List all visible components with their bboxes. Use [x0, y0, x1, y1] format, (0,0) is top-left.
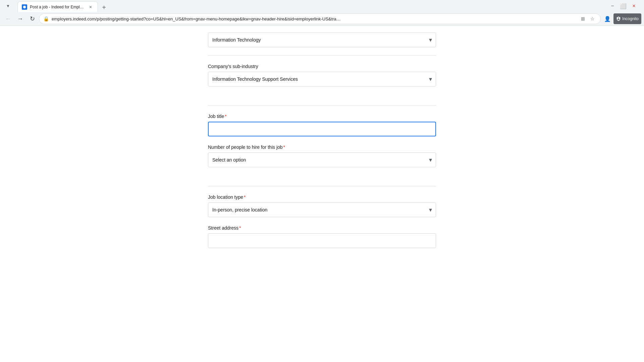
- active-tab: Post a job - Indeed for Employ… ×: [17, 1, 98, 12]
- job-location-required-star: *: [244, 194, 246, 200]
- sub-industry-select[interactable]: Information Technology Support Services: [208, 72, 436, 86]
- browser-toolbar: ← → ↻ 🔒 employers.indeed.com/p/posting/g…: [0, 12, 644, 25]
- new-tab-button[interactable]: +: [99, 3, 109, 12]
- num-people-field-group: Number of people to hire for this job* S…: [208, 144, 436, 167]
- street-address-required-star: *: [239, 225, 241, 231]
- sub-industry-field-group: Company's sub-industry Information Techn…: [208, 64, 436, 86]
- street-address-field-group: Street address*: [208, 225, 436, 248]
- section-divider-2: [208, 105, 436, 106]
- refresh-button[interactable]: ↻: [27, 13, 38, 24]
- forward-button[interactable]: →: [15, 13, 25, 24]
- form-container: Information Technology ▾ Company's sub-i…: [195, 26, 449, 269]
- lock-icon: 🔒: [43, 16, 49, 21]
- url-text: employers.indeed.com/p/posting/getting-s…: [52, 16, 576, 21]
- window-controls: − ⬜ ×: [608, 1, 639, 11]
- section-divider-3: [208, 186, 436, 186]
- job-title-required-star: *: [225, 114, 226, 119]
- bookmark-icon[interactable]: ☆: [588, 15, 596, 23]
- job-location-type-select[interactable]: In-person, precise location: [208, 202, 436, 217]
- num-people-select[interactable]: Select an option: [208, 153, 436, 167]
- tab-dropdown-button[interactable]: ▼: [3, 1, 13, 11]
- street-address-label: Street address*: [208, 225, 436, 231]
- profile-button[interactable]: 👤: [602, 13, 613, 24]
- incognito-badge: Incognito: [613, 13, 641, 24]
- minimize-button[interactable]: −: [608, 1, 617, 11]
- num-people-select-wrapper: Select an option ▾: [208, 153, 436, 167]
- tab-title: Post a job - Indeed for Employ…: [30, 5, 85, 9]
- job-title-field-group: Job title*: [208, 114, 436, 136]
- maximize-button[interactable]: ⬜: [619, 1, 628, 11]
- browser-titlebar: ▼ Post a job - Indeed for Employ… × + − …: [0, 0, 644, 12]
- num-people-label: Number of people to hire for this job*: [208, 144, 436, 150]
- close-button[interactable]: ×: [629, 1, 639, 11]
- address-bar-icons: ⊞ ☆: [579, 15, 596, 23]
- address-bar[interactable]: 🔒 employers.indeed.com/p/posting/getting…: [39, 13, 601, 24]
- tab-close-button[interactable]: ×: [88, 4, 94, 10]
- sub-industry-label: Company's sub-industry: [208, 64, 436, 69]
- incognito-label: Incognito: [622, 16, 639, 21]
- tab-bar: Post a job - Indeed for Employ… × +: [15, 0, 111, 12]
- tab-favicon: [22, 4, 27, 10]
- reading-list-icon[interactable]: ⊞: [579, 15, 587, 23]
- back-button[interactable]: ←: [3, 13, 13, 24]
- street-address-input[interactable]: [208, 233, 436, 248]
- industry-field-group: Information Technology ▾: [208, 33, 436, 47]
- job-title-label: Job title*: [208, 114, 436, 119]
- industry-select[interactable]: Information Technology: [208, 33, 436, 47]
- industry-select-wrapper: Information Technology ▾: [208, 33, 436, 47]
- sub-industry-select-wrapper: Information Technology Support Services …: [208, 72, 436, 86]
- page-content: Information Technology ▾ Company's sub-i…: [0, 26, 644, 350]
- job-location-type-field-group: Job location type* In-person, precise lo…: [208, 194, 436, 217]
- num-people-required-star: *: [283, 144, 285, 150]
- browser-right-controls: 👤 Incognito: [602, 13, 641, 24]
- job-location-type-label: Job location type*: [208, 194, 436, 200]
- svg-point-0: [23, 6, 26, 8]
- section-divider-1: [208, 55, 436, 56]
- job-location-type-select-wrapper: In-person, precise location ▾: [208, 202, 436, 217]
- job-title-input[interactable]: [208, 122, 436, 136]
- browser-chrome: ▼ Post a job - Indeed for Employ… × + − …: [0, 0, 644, 26]
